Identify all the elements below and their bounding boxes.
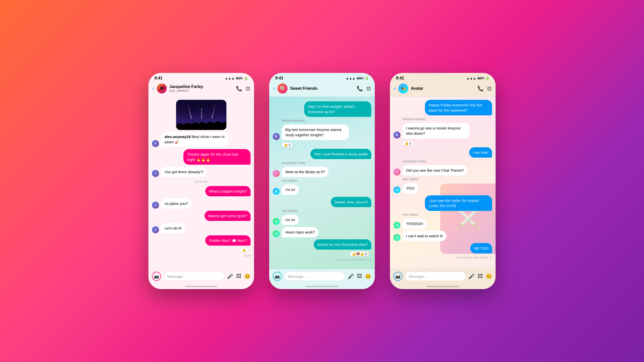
- input-icons-3: 🎤 🖼 😊: [468, 273, 492, 279]
- video-call-icon-3[interactable]: ⊡: [487, 85, 492, 92]
- message-input-2[interactable]: Message...: [284, 272, 345, 281]
- phone-call-icon-1[interactable]: 📞: [236, 85, 242, 92]
- message-bubble: I am free!: [469, 147, 492, 158]
- sender-name-label: Jacqueline Farley: [282, 161, 371, 165]
- sticker-icon-2[interactable]: 😊: [365, 273, 371, 279]
- reaction-badge: 👍🤎👍 3: [350, 252, 369, 256]
- image-icon-1[interactable]: 🖼: [236, 273, 241, 279]
- message-bubble: Hey! I'm free tonight. What's everyone u…: [304, 101, 371, 117]
- status-icons-1: ▲▲▲ WiFi 🔋: [225, 76, 248, 80]
- header-actions-2: 📞 ⊡: [357, 85, 371, 92]
- contact-avatar-1: JF: [157, 83, 167, 94]
- group-name-3: Avatar: [411, 86, 475, 91]
- message-row: A How's 6pm work?: [273, 227, 371, 237]
- message-bubble: I wanna go see a movie! Anyone else down…: [403, 123, 470, 139]
- camera-button-1[interactable]: 📷: [152, 272, 161, 281]
- camera-button-3[interactable]: 📷: [393, 272, 403, 281]
- message-bubble: Thanks again for the show last night 🔥🔥🔥: [183, 149, 251, 165]
- phones-container: 9:41 ▲▲▲ WiFi 🔋 ‹ JF Jacqueline Farley j…: [148, 73, 496, 289]
- message-row: J You got there already?!: [152, 167, 251, 177]
- mic-icon-3[interactable]: 🎤: [468, 273, 475, 279]
- message-row: A YES!: [393, 183, 492, 193]
- phone-3: 9:41 ▲▲▲ WiFi 🔋 ‹ 🎭 Avatar 📞 ⊡ ⚔️ Happy …: [390, 73, 496, 289]
- sender-name-label: Brandon Morales: [403, 117, 492, 121]
- reaction-badge: 👍: [240, 248, 248, 252]
- back-button-1[interactable]: ‹: [152, 85, 154, 92]
- message-bubble: I'm in!: [282, 215, 299, 225]
- sender-avatar: J: [152, 202, 159, 209]
- message-row: A I'm in!: [273, 215, 371, 225]
- sender-name-label: Alex Walker: [282, 179, 371, 183]
- message-bubble: Sweet. Ana, you in?: [331, 197, 371, 207]
- message-row: J Did you see the new Chat Theme?: [393, 165, 492, 175]
- message-bubble: Wanna get some grub?: [205, 211, 251, 221]
- sticker-icon-3[interactable]: 😊: [486, 273, 492, 279]
- back-button-2[interactable]: ‹: [273, 85, 275, 92]
- mic-icon-2[interactable]: 🎤: [348, 273, 354, 279]
- status-icons-2: ▲▲▲ WiFi 🔋: [346, 76, 369, 80]
- mic-icon-1[interactable]: 🎤: [227, 273, 233, 279]
- message-row: Yes! I just finished a study guide: [273, 149, 371, 159]
- sender-avatar: J: [152, 170, 159, 177]
- reaction-badge: 👍 2: [282, 143, 293, 147]
- status-bar-1: 9:41 ▲▲▲ WiFi 🔋: [148, 73, 254, 81]
- timestamp: 10:30 AM: [152, 180, 251, 184]
- message-row: B Big test tomorrow! Anyone wanna study …: [273, 124, 371, 140]
- chat-area-3: ⚔️ Happy Friday everyone! Any fun plans …: [390, 97, 496, 269]
- contact-name-1: Jacqueline Farley: [169, 84, 233, 89]
- home-indicator-3: [426, 286, 459, 287]
- message-row: Golden Boy? 🍽️ 6pm?: [152, 235, 251, 246]
- sender-avatar: J: [273, 170, 280, 177]
- sender-avatar: A: [393, 234, 400, 241]
- sender-name-label: Ana Santos: [282, 209, 371, 213]
- message-bubble: Did you see the new Chat Theme?: [403, 165, 468, 175]
- sender-avatar: A: [273, 230, 280, 237]
- reaction-badge: 👍 2: [403, 141, 413, 146]
- message-row: I just saw the trailer for Avatar! Looks…: [393, 195, 492, 211]
- wifi-icon-2: WiFi: [357, 76, 364, 80]
- message-row: A I can't wait to watch it!: [393, 231, 492, 241]
- sender-avatar: A: [393, 186, 400, 193]
- message-bubble: alex.anyway18 Best show I seen in years …: [161, 131, 228, 147]
- message-row: A alex.anyway18 Best show I seen in year…: [152, 131, 251, 147]
- message-row: J Meet at the library at 5?: [273, 167, 371, 177]
- status-bar-3: 9:41 ▲▲▲ WiFi 🔋: [390, 73, 496, 81]
- video-call-icon-2[interactable]: ⊡: [367, 85, 371, 92]
- seen-text: Seen: [152, 254, 251, 257]
- video-call-icon-1[interactable]: ⊡: [246, 85, 250, 92]
- message-row: A I'm in!: [273, 185, 371, 195]
- wifi-icon: WiFi: [236, 76, 243, 80]
- camera-button-2[interactable]: 📷: [273, 272, 282, 281]
- image-icon-3[interactable]: 🖼: [478, 273, 483, 279]
- sender-avatar: A: [273, 218, 280, 225]
- phone-call-icon-2[interactable]: 📞: [357, 85, 363, 92]
- message-row: B I wanna go see a movie! Anyone else do…: [393, 123, 492, 139]
- chat-area-1: ✦ ✦ ✦ A alex.anyway18 Best show I seen i…: [148, 97, 254, 269]
- message-bubble: ME TOO: [470, 243, 492, 253]
- message-input-1[interactable]: Message...: [164, 272, 224, 281]
- reaction-row: 👍 2: [282, 143, 371, 147]
- message-row: J no plans you?: [152, 198, 251, 209]
- time-3: 9:41: [396, 76, 404, 80]
- image-icon-2[interactable]: 🖼: [357, 273, 362, 279]
- message-bubble: Big test tomorrow! Anyone wanna study to…: [282, 124, 349, 140]
- input-bar-1: 📷 Message... 🎤 🖼 😊: [148, 269, 254, 286]
- message-input-3[interactable]: Message...: [405, 272, 466, 281]
- reaction-row: 👍 2: [403, 141, 492, 146]
- phone-call-icon-3[interactable]: 📞: [477, 85, 484, 92]
- status-bar-2: 9:41 ▲▲▲ WiFi 🔋: [269, 73, 375, 81]
- message-bubble: How's 6pm work?: [282, 227, 318, 237]
- sticker-icon-1[interactable]: 😊: [244, 273, 251, 279]
- back-button-3[interactable]: ‹: [394, 85, 396, 92]
- battery-icon-2: 🔋: [365, 76, 369, 80]
- message-bubble: Yes! I just finished a study guide: [310, 149, 371, 159]
- group-avatar-3: 🎭: [398, 83, 408, 94]
- message-bubble: Works for me! Everyone else?: [314, 239, 371, 250]
- message-bubble: YESSSS!!: [403, 218, 427, 229]
- home-indicator-2: [306, 286, 338, 287]
- chat-area-2: 🍭 🍬 🍡 Hey! I'm free tonight. What's ever…: [269, 97, 375, 269]
- chat-header-2: ‹ 🍭 Sweet Friends 📞 ⊡: [269, 81, 375, 97]
- input-bar-2: 📷 Message... 🎤 🖼 😊: [269, 269, 375, 286]
- header-info-3: Avatar: [411, 86, 475, 91]
- sender-avatar: B: [273, 133, 280, 140]
